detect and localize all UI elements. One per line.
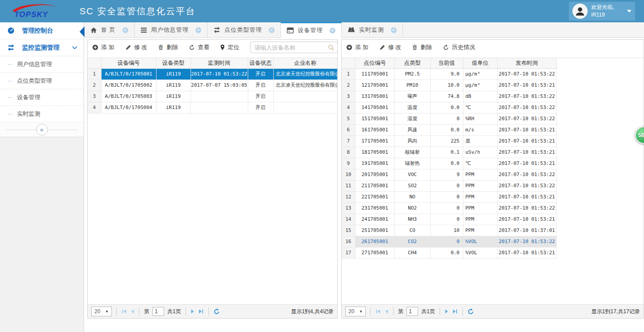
table-row[interactable]: 17 271705001 CH4 0.0 %VOL 2017-07-10 01:… bbox=[342, 247, 556, 258]
search-icon[interactable] bbox=[328, 44, 335, 51]
table-row[interactable]: 7 171705001 风向 225 度 2017-07-10 01:53:21 bbox=[342, 135, 556, 147]
col-unit[interactable]: 值单位 bbox=[463, 58, 497, 68]
caret-down-icon bbox=[627, 10, 631, 13]
sidebar-item-device-mgmt[interactable]: 设备管理 bbox=[0, 89, 84, 106]
table-row[interactable]: 3 A/BJLT/0/1705003 iR119 开启 bbox=[88, 91, 337, 102]
sidebar-collapse-button[interactable]: « bbox=[36, 124, 48, 135]
view-button[interactable]: 查看 bbox=[189, 43, 209, 51]
page-prefix: 第 bbox=[144, 308, 149, 315]
prev-page-button[interactable] bbox=[130, 309, 135, 314]
col-publish-time[interactable]: 发布时间 bbox=[497, 58, 556, 68]
close-icon[interactable]: ✕ bbox=[269, 27, 275, 33]
col-device-type[interactable]: 设备类型 bbox=[156, 58, 191, 68]
table-row[interactable]: 1 111705001 PM2.5 9.0 μg/m³ 2017-07-10 0… bbox=[342, 68, 556, 80]
col-current-value[interactable]: 当前值 bbox=[430, 58, 463, 68]
first-page-button[interactable] bbox=[121, 309, 127, 314]
col-point-type[interactable]: 点类型 bbox=[394, 58, 430, 68]
close-icon[interactable]: ✕ bbox=[123, 27, 128, 33]
tab-point-type[interactable]: 点位类型管理 ✕ bbox=[208, 22, 281, 38]
device-search bbox=[250, 42, 338, 53]
reload-icon bbox=[213, 308, 220, 315]
next-page-button[interactable] bbox=[191, 309, 195, 314]
sidebar-item-realtime[interactable]: 实时监测 bbox=[0, 106, 84, 122]
add-button[interactable]: 添 加 bbox=[92, 43, 114, 51]
table-row[interactable]: 15 251705001 CO 10 PPM 2017-07-10 01:37:… bbox=[342, 225, 556, 236]
page-prefix: 第 bbox=[398, 308, 403, 315]
edit-button[interactable]: 修 改 bbox=[379, 43, 402, 51]
chevron-down-icon bbox=[72, 46, 77, 50]
sidebar-menu: 管理控制台 监控监测管理 用户信息管理 点位类型管理 设备管理 实时监测 bbox=[0, 22, 84, 137]
trash-icon bbox=[412, 44, 418, 50]
table-row[interactable]: 2 A/BJLT/0/1705002 iR119 2017-07-07 15:0… bbox=[88, 80, 337, 91]
add-button[interactable]: 添 加 bbox=[346, 43, 369, 51]
table-row[interactable]: 13 231705001 NO2 0 PPM 2017-07-10 01:53:… bbox=[342, 202, 556, 214]
prev-page-icon bbox=[384, 309, 389, 314]
table-row[interactable]: 6 161705001 风速 0.0 m/s 2017-07-10 01:53:… bbox=[342, 124, 556, 135]
col-device-code[interactable]: 设备编号 bbox=[101, 58, 156, 68]
home-icon bbox=[90, 27, 97, 34]
reload-button[interactable] bbox=[213, 308, 220, 315]
reload-button[interactable] bbox=[467, 308, 474, 315]
next-page-button[interactable] bbox=[445, 309, 449, 314]
record-summary: 显示1到17,共17记录 bbox=[591, 308, 640, 315]
search-input[interactable] bbox=[254, 44, 328, 51]
table-row[interactable]: 9 191705001 辐射热 0.0 ℃ 2017-07-10 01:53:2… bbox=[342, 158, 556, 169]
close-icon[interactable]: ✕ bbox=[391, 27, 397, 33]
table-row[interactable]: 8 181705001 核辐射 0.1 uSv/h 2017-07-10 01:… bbox=[342, 147, 556, 158]
swap-icon bbox=[213, 26, 220, 34]
page-title: SC 安全监管信息化云平台 bbox=[80, 5, 195, 17]
tab-realtime[interactable]: 实时监测 ✕ bbox=[342, 22, 403, 38]
tab-device-mgmt[interactable]: 设备管理 ✕ bbox=[281, 22, 342, 38]
col-monitor-time[interactable]: 监测时间 bbox=[191, 58, 248, 68]
first-page-button[interactable] bbox=[375, 309, 381, 314]
tab-user-info[interactable]: 用户信息管理 ✕ bbox=[135, 22, 208, 38]
gauge-icon bbox=[7, 27, 15, 34]
table-row[interactable]: 5 151705001 湿度 0 %RH 2017-07-10 01:53:22 bbox=[342, 113, 556, 124]
tab-bar: 首 页 ✕ 用户信息管理 ✕ 点位类型管理 ✕ 设备管理 ✕ bbox=[85, 22, 644, 38]
sidebar: 管理控制台 监控监测管理 用户信息管理 点位类型管理 设备管理 实时监测 bbox=[0, 22, 84, 332]
last-page-button[interactable] bbox=[198, 309, 204, 314]
table-header-row: 设备编号 设备类型 监测时间 设备状态 企业名称 bbox=[88, 58, 337, 68]
top-bar: TOPSKY SC 安全监管信息化云平台 欢迎光临, iR119 bbox=[0, 0, 644, 22]
history-button[interactable]: 历史情况 bbox=[443, 43, 475, 51]
col-device-status[interactable]: 设备状态 bbox=[248, 58, 273, 68]
sidebar-item-label: 监控监测管理 bbox=[22, 44, 59, 52]
table-row[interactable]: 4 141705001 温度 0.0 ℃ 2017-07-10 01:53:22 bbox=[342, 102, 556, 113]
person-icon bbox=[574, 5, 586, 17]
table-row[interactable]: 14 241705001 NH3 0 PPM 2017-07-10 01:53:… bbox=[342, 214, 556, 225]
col-company[interactable]: 企业名称 bbox=[273, 58, 337, 68]
page-number-input[interactable] bbox=[153, 307, 164, 316]
prev-page-button[interactable] bbox=[384, 309, 389, 314]
tab-home[interactable]: 首 页 ✕ bbox=[85, 22, 135, 38]
page-number-input[interactable] bbox=[407, 307, 418, 316]
sidebar-collapse-bar: « bbox=[0, 122, 84, 137]
close-icon[interactable]: ✕ bbox=[330, 28, 335, 34]
table-header-row: 点位编号 点类型 当前值 值单位 发布时间 bbox=[342, 58, 556, 68]
sidebar-item-point-type[interactable]: 点位类型管理 bbox=[0, 73, 84, 89]
table-row[interactable]: 1 A/BJLT/0/1705001 iR119 2017-07-10 01:5… bbox=[88, 68, 337, 80]
sidebar-item-user-info[interactable]: 用户信息管理 bbox=[0, 56, 84, 73]
list-icon bbox=[140, 27, 147, 33]
locate-button[interactable]: 定位 bbox=[220, 43, 239, 51]
table-row[interactable]: 3 131705001 噪声 74.8 dB 2017-07-10 01:53:… bbox=[342, 91, 556, 102]
col-point-code[interactable]: 点位编号 bbox=[355, 58, 394, 68]
user-menu[interactable]: 欢迎光临, iR119 bbox=[569, 2, 635, 21]
close-icon[interactable]: ✕ bbox=[195, 27, 201, 33]
sidebar-item-dashboard[interactable]: 管理控制台 bbox=[0, 22, 84, 39]
table-row[interactable]: 12 221705001 NO 0 PPM 2017-07-10 01:53:2… bbox=[342, 191, 556, 202]
prev-page-icon bbox=[130, 309, 135, 314]
table-row[interactable]: 2 121705001 PM10 10.0 μg/m³ 2017-07-10 0… bbox=[342, 80, 556, 91]
delete-button[interactable]: 删除 bbox=[158, 43, 178, 51]
delete-button[interactable]: 删除 bbox=[412, 43, 432, 51]
sidebar-item-monitor-mgmt[interactable]: 监控监测管理 bbox=[0, 39, 84, 56]
table-row[interactable]: 16 261705001 CO2 0 %VOL 2017-07-10 01:53… bbox=[342, 236, 556, 247]
table-row[interactable]: 11 211705001 SO2 0 PPM 2017-07-10 01:53:… bbox=[342, 180, 556, 191]
edit-button[interactable]: 修 改 bbox=[125, 43, 148, 51]
page-size-select[interactable]: 20▼ bbox=[345, 307, 366, 316]
table-row[interactable]: 4 A/BJLT/0/1705004 iR119 开启 bbox=[88, 102, 337, 113]
page-size-select[interactable]: 20▼ bbox=[91, 307, 112, 316]
last-page-button[interactable] bbox=[452, 309, 458, 314]
last-page-icon bbox=[198, 309, 204, 314]
table-row[interactable]: 10 201705001 VOC 9 PPM 2017-07-10 01:53:… bbox=[342, 169, 556, 180]
plus-circle-icon bbox=[346, 44, 352, 50]
